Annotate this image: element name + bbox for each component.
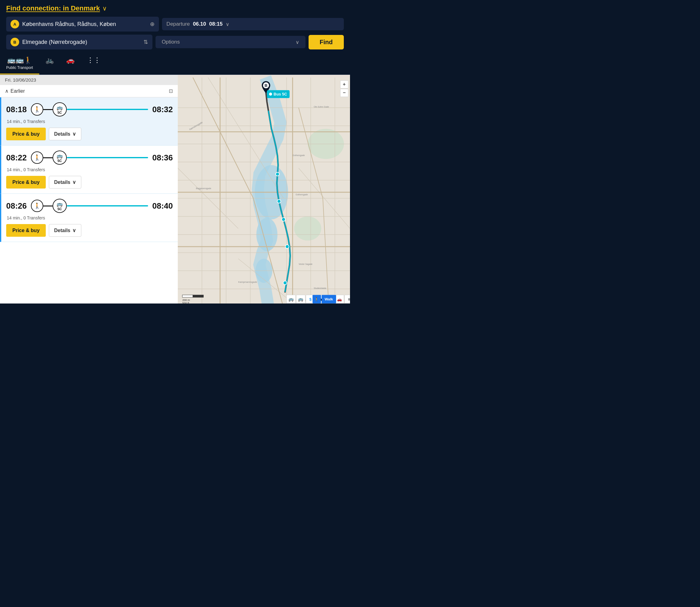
details-button-3[interactable]: Details ∨ [49, 224, 81, 237]
svg-rect-56 [193, 295, 203, 297]
svg-point-36 [283, 281, 287, 285]
svg-text:🚗: 🚗 [337, 297, 342, 302]
earlier-chevron-icon: ∧ [5, 88, 9, 94]
line-segment-2a [43, 157, 53, 158]
to-input-group[interactable]: B Elmegade (Nørrebrogade) ⇅ [6, 35, 152, 49]
map-svg: B Bus 5C Nørrebrogade Baggesensgade Goth… [178, 75, 350, 304]
export-icon[interactable]: ⊡ [169, 88, 173, 94]
details-chevron-icon-2: ∨ [73, 179, 76, 185]
walk-icon-3: 🚶 [31, 200, 43, 212]
svg-point-33 [277, 200, 281, 203]
journey-times-3: 08:26 🚶 🚌 5C 08:40 [6, 199, 173, 213]
svg-text:−: − [343, 90, 346, 95]
svg-text:≡: ≡ [348, 297, 350, 302]
depart-time-3: 08:26 [6, 201, 28, 211]
svg-text:$: $ [309, 297, 311, 302]
bus-icon-circle-1: 🚌 5C [53, 102, 67, 117]
tab-car[interactable]: 🚗 [60, 53, 81, 75]
find-button[interactable]: Find [309, 35, 344, 49]
arrive-time-3: 08:40 [151, 201, 173, 211]
details-label-1: Details [54, 131, 70, 137]
bus-icon-circle-3: 🚌 5C [53, 199, 67, 213]
svg-point-34 [282, 217, 285, 221]
depart-time-2: 08:22 [6, 153, 28, 163]
find-connection-label: Find connection: in Denmark [6, 4, 100, 12]
earlier-button[interactable]: ∧ Earlier [5, 88, 25, 94]
svg-text:Kampmannsgade: Kampmannsgade [238, 280, 257, 284]
journey-times-2: 08:22 🚶 🚌 5C 08:36 [6, 150, 173, 165]
walk-icon-1: 🚶 [31, 103, 43, 116]
swap-icon[interactable]: ⇅ [143, 39, 148, 45]
svg-text:B: B [265, 83, 267, 88]
journey-card-2: 08:22 🚶 🚌 5C 08:36 14 min., 0 Transfers … [0, 146, 178, 194]
left-panel: Fri. 10/06/2023 ∧ Earlier ⊡ 08:18 🚶 🚌 5C [0, 75, 178, 304]
from-icon: A [11, 20, 19, 28]
options-chevron-icon: ∨ [295, 39, 299, 45]
svg-text:Ole-Suhrs Gade: Ole-Suhrs Gade [314, 106, 329, 108]
bus-number-3: 5C [58, 207, 62, 211]
svg-text:Walk: Walk [325, 297, 333, 301]
tabs-row: 🚌🚌🚶 Public Transport 🚲 🚗 ⋮⋮ [0, 53, 350, 75]
tab-grid[interactable]: ⋮⋮ [81, 53, 107, 75]
departure-time: 08:15 [209, 21, 223, 27]
grid-icon: ⋮⋮ [87, 56, 101, 64]
svg-text:+: + [343, 82, 346, 87]
details-chevron-icon-1: ∨ [73, 131, 76, 137]
cyan-line-1 [67, 109, 148, 110]
svg-text:🚶: 🚶 [314, 297, 320, 302]
journey-meta-2: 14 min., 0 Transfers [7, 167, 173, 172]
svg-text:Vester Sagade: Vester Sagade [299, 263, 313, 266]
svg-text:Studiestræde: Studiestræde [314, 287, 327, 289]
journey-meta-1: 14 min., 0 Transfers [7, 119, 173, 124]
details-button-1[interactable]: Details ∨ [49, 128, 81, 140]
tab-public-transport[interactable]: 🚌🚌🚶 Public Transport [0, 53, 39, 75]
options-label: Options [162, 39, 292, 45]
second-row: B Elmegade (Nørrebrogade) ⇅ Options ∨ Fi… [6, 35, 344, 49]
details-label-2: Details [54, 180, 70, 185]
price-buy-button-3[interactable]: Price & buy [6, 224, 46, 237]
journey-card-1: 08:18 🚶 🚌 5C 08:32 14 min., 0 Transfers … [0, 97, 178, 146]
svg-point-32 [276, 172, 280, 176]
price-buy-button-1[interactable]: Price & buy [6, 128, 46, 140]
details-label-3: Details [54, 228, 70, 233]
svg-text:Gothersgade: Gothersgade [292, 154, 305, 157]
header: Find connection: in Denmark ∨ A Københav… [0, 0, 350, 53]
main-content: Fri. 10/06/2023 ∧ Earlier ⊡ 08:18 🚶 🚌 5C [0, 75, 350, 304]
earlier-label: Earlier [11, 88, 25, 94]
to-icon: B [11, 38, 19, 46]
depart-time-1: 08:18 [6, 105, 28, 114]
journey-meta-3: 14 min., 0 Transfers [7, 215, 173, 221]
svg-text:Bus 5C: Bus 5C [274, 92, 287, 97]
departure-chevron-icon: ∨ [226, 21, 229, 27]
svg-text:500 ft: 500 ft [182, 302, 189, 304]
svg-point-5 [294, 216, 321, 240]
arrive-time-2: 08:36 [151, 153, 173, 163]
tab-bike[interactable]: 🚲 [39, 53, 60, 75]
find-connection-dropdown-icon[interactable]: ∨ [102, 5, 107, 12]
from-input-group[interactable]: A Københavns Rådhus, Rådhus, Køben ⊕ [6, 17, 159, 32]
to-input-text: Elmegade (Nørrebrogade) [22, 39, 140, 45]
svg-rect-55 [182, 295, 193, 297]
cyan-line-3 [67, 205, 148, 206]
departure-group[interactable]: Departure 06.10 08:15 ∨ [162, 18, 344, 30]
details-button-2[interactable]: Details ∨ [49, 176, 81, 189]
location-icon[interactable]: ⊕ [150, 21, 155, 27]
tab-public-transport-label: Public Transport [6, 65, 33, 70]
map-area[interactable]: B Bus 5C Nørrebrogade Baggesensgade Goth… [178, 75, 350, 304]
date-bar: Fri. 10/06/2023 [0, 75, 178, 85]
earlier-row: ∧ Earlier ⊡ [0, 85, 178, 97]
bus-number-1: 5C [58, 111, 62, 114]
price-buy-button-2[interactable]: Price & buy [6, 176, 46, 189]
bus-icon-3: 🚌 [57, 201, 63, 207]
bus-number-2: 5C [58, 159, 62, 163]
journey-card-3: 08:26 🚶 🚌 5C 08:40 14 min., 0 Transfers … [0, 194, 178, 242]
find-connection-row: Find connection: in Denmark ∨ [6, 4, 344, 12]
car-icon: 🚗 [66, 56, 75, 64]
bike-icon: 🚲 [45, 56, 54, 64]
journey-line-1: 🚶 🚌 5C [31, 102, 148, 117]
journey-actions-2: Price & buy Details ∨ [6, 176, 173, 189]
svg-text:🚌: 🚌 [298, 297, 304, 302]
from-input-text: Københavns Rådhus, Rådhus, Køben [22, 21, 147, 27]
options-group[interactable]: Options ∨ [156, 36, 306, 48]
line-segment-3a [43, 206, 53, 206]
